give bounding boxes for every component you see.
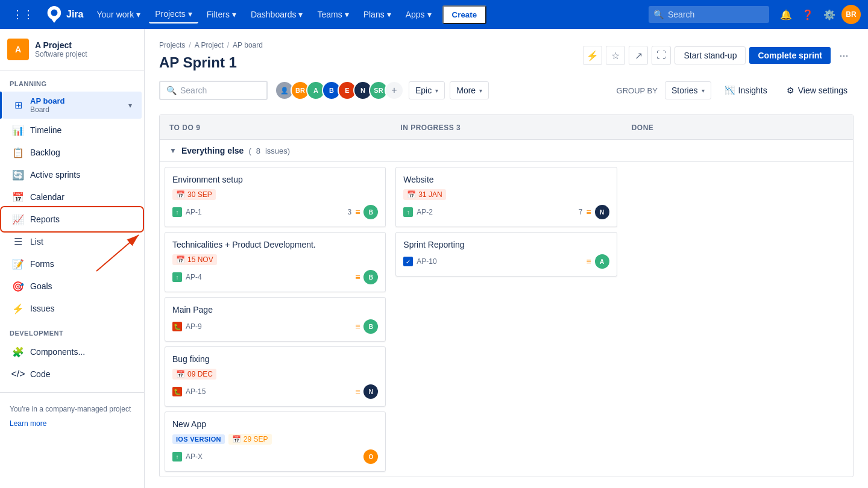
sidebar-item-calendar[interactable]: 📅 Calendar (2, 186, 142, 208)
card-id-row-ap-1: ↑ AP-1 (172, 207, 202, 217)
nav-dashboards[interactable]: Dashboards ▾ (245, 6, 309, 23)
calendar-icon: 📅 (12, 191, 24, 203)
bug-type-icon-ap-9: 🐛 (172, 322, 182, 331)
timeline-icon: 📊 (12, 124, 24, 136)
settings-icon[interactable]: ⚙️ (820, 5, 839, 24)
lightning-icon[interactable]: ⚡ (583, 46, 602, 65)
group-name: Everything else (181, 146, 244, 155)
card-id-row-ap-10: ✓ AP-10 (403, 257, 436, 266)
components-icon: 🧩 (12, 346, 24, 358)
breadcrumb-a-project[interactable]: A Project (195, 41, 224, 49)
story-type-icon-ap-2: ↑ (403, 207, 413, 217)
assignee-avatar-ap-2[interactable]: N (595, 205, 609, 219)
start-standup-button[interactable]: Start stand-up (675, 46, 746, 64)
sidebar-item-active-sprints[interactable]: 🔄 Active sprints (2, 164, 142, 186)
sidebar-project[interactable]: A A Project Software project (0, 29, 144, 70)
grid-icon[interactable]: ⋮⋮ (7, 5, 39, 23)
complete-sprint-button[interactable]: Complete sprint (749, 47, 831, 64)
insights-chart-icon: 📉 (725, 86, 735, 95)
priority-icon-ap-9: ≡ (355, 322, 360, 331)
priority-icon-ap-15: ≡ (355, 387, 360, 396)
sidebar-item-code[interactable]: </> Code (2, 363, 142, 385)
card-ap-15[interactable]: Bug fixing 📅 09 DEC 🐛 AP-15 ≡ (165, 346, 386, 407)
priority-icon-ap-1: ≡ (355, 207, 360, 217)
sidebar-item-issues[interactable]: ⚡ Issues (2, 298, 142, 319)
chevron-down-icon: ▾ (128, 101, 132, 110)
card-id-row-new-app: ↑ AP-X (172, 452, 203, 461)
card-ap-1[interactable]: Environment setup 📅 30 SEP ↑ AP-1 3 (165, 167, 386, 227)
nav-plans[interactable]: Plans ▾ (357, 6, 397, 23)
breadcrumb-sep-1: / (189, 41, 190, 49)
nav-your-work[interactable]: Your work ▾ (90, 6, 146, 23)
jira-logo[interactable]: Jira (41, 6, 88, 23)
fullscreen-icon[interactable]: ⛶ (652, 46, 671, 65)
search-wrapper: 🔍 (649, 6, 769, 23)
nav-filters[interactable]: Filters ▾ (201, 6, 242, 23)
planning-section-label: PLANNING (0, 70, 144, 91)
card-ap-9[interactable]: Main Page 🐛 AP-9 ≡ B (165, 297, 386, 342)
card-ap-4[interactable]: Technicalities + Product Development. 📅 … (165, 232, 386, 292)
breadcrumb: Projects / A Project / AP board (159, 41, 583, 49)
learn-more-link[interactable]: Learn more (0, 418, 144, 429)
create-button[interactable]: Create (442, 5, 487, 24)
sidebar-item-forms[interactable]: 📝 Forms (2, 253, 142, 275)
sidebar-item-backlog[interactable]: 📋 Backlog (2, 142, 142, 163)
nav-apps[interactable]: Apps ▾ (400, 6, 438, 23)
assignee-avatar-ap-15[interactable]: N (363, 384, 378, 399)
insights-button[interactable]: 📉 Insights (719, 82, 773, 99)
notifications-icon[interactable]: 🔔 (776, 5, 796, 24)
help-icon[interactable]: ❓ (798, 5, 817, 24)
sidebar-item-reports[interactable]: 📈 Reports (2, 208, 142, 230)
card-footer-new-app: ↑ AP-X O (172, 449, 378, 464)
card-ap-10[interactable]: Sprint Reporting ✓ AP-10 ≡ A (395, 232, 617, 277)
card-footer-ap-10: ✓ AP-10 ≡ A (403, 254, 609, 269)
more-filter-button[interactable]: More ▾ (450, 81, 489, 99)
user-avatar[interactable]: BR (841, 5, 861, 24)
project-name: A Project (35, 40, 137, 50)
sidebar-item-components[interactable]: 🧩 Components... (2, 341, 142, 363)
nav-projects[interactable]: Projects ▾ (149, 5, 198, 23)
epic-filter-button[interactable]: Epic ▾ (409, 81, 445, 99)
assignee-avatar-new-app[interactable]: O (363, 449, 378, 464)
add-member-button[interactable]: + (385, 81, 404, 100)
card-ap-2[interactable]: Website 📅 31 JAN ↑ AP-2 7 (395, 167, 617, 227)
breadcrumb-projects[interactable]: Projects (159, 41, 185, 49)
assignee-avatar-ap-1[interactable]: B (363, 205, 378, 219)
collapse-group-icon[interactable]: ▼ (169, 146, 177, 155)
board-search-box[interactable]: 🔍 (159, 81, 268, 100)
done-column-cards (622, 162, 853, 477)
jira-logo-text: Jira (66, 9, 83, 20)
sidebar-item-timeline[interactable]: 📊 Timeline (2, 119, 142, 141)
card-id-row-ap-9: 🐛 AP-9 (172, 322, 202, 331)
reports-icon: 📈 (12, 213, 24, 225)
star-icon[interactable]: ☆ (606, 46, 625, 65)
card-new-app[interactable]: New App IOS VERSION 📅 29 SEP ↑ AP-X (165, 411, 386, 472)
calendar-icon-ap-4: 📅 (176, 255, 185, 264)
card-date-ap-15: 📅 09 DEC (172, 369, 216, 380)
story-points-ap-1: 3 (347, 208, 351, 216)
card-title-ap-1: Environment setup (172, 175, 378, 184)
development-section-label: DEVELOPMENT (0, 320, 144, 340)
board-search-input[interactable] (180, 86, 260, 95)
assignee-avatar-ap-4[interactable]: B (363, 270, 378, 284)
share-icon[interactable]: ↗ (629, 46, 648, 65)
view-settings-button[interactable]: ⚙ View settings (781, 82, 854, 99)
more-actions-button[interactable]: ··· (834, 46, 854, 65)
card-footer-right-ap-10: ≡ A (586, 254, 609, 269)
search-input[interactable] (649, 6, 769, 23)
sidebar: A A Project Software project PLANNING ⊞ … (0, 29, 145, 488)
stories-group-button[interactable]: Stories ▾ (665, 81, 711, 99)
breadcrumb-ap-board[interactable]: AP board (233, 41, 263, 49)
card-id-ap-1: AP-1 (186, 208, 202, 216)
calendar-icon-ap-15: 📅 (176, 370, 185, 378)
sidebar-item-goals[interactable]: 🎯 Goals (2, 275, 142, 297)
sidebar-item-list[interactable]: ☰ List (2, 231, 142, 252)
sidebar-item-ap-board[interactable]: ⊞ AP board Board ▾ (2, 92, 142, 119)
nav-teams[interactable]: Teams ▾ (311, 6, 354, 23)
issues-icon: ⚡ (12, 302, 24, 314)
assignee-avatar-ap-10[interactable]: A (595, 254, 609, 269)
card-title-new-app: New App (172, 419, 378, 429)
assignee-avatar-ap-9[interactable]: B (363, 319, 378, 334)
project-type: Software project (35, 50, 137, 58)
card-footer-right-ap-2: 7 ≡ N (579, 205, 609, 219)
